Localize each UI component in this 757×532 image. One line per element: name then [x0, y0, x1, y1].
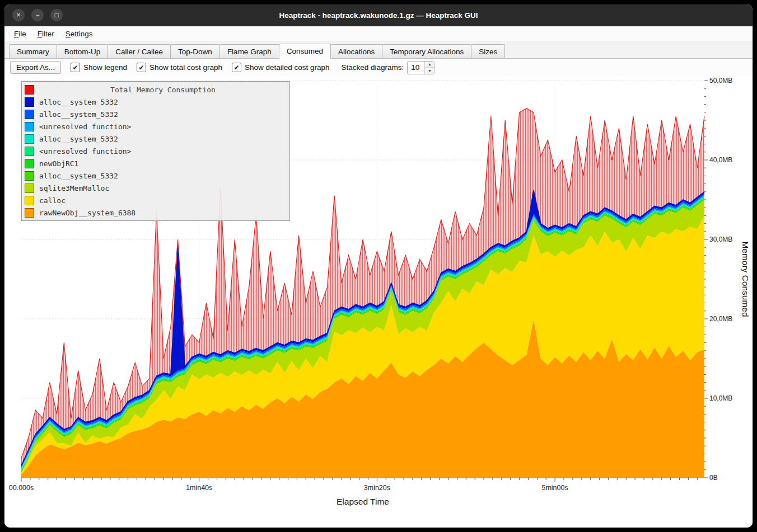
legend-entry-label: rawNewObj__system_6388: [39, 209, 135, 217]
tab-consumed[interactable]: Consumed: [279, 44, 331, 59]
legend-entry-label: alloc__system_5332: [39, 98, 118, 106]
tab-summary[interactable]: Summary: [9, 44, 57, 58]
legend-entry-label: <unresolved function>: [39, 147, 131, 156]
toolbar-checkboxes: ✔Show legend✔Show total cost graph✔Show …: [71, 63, 330, 72]
legend-entry-label: alloc__system_5332: [39, 172, 118, 180]
spinbox-arrows: ▲ ▼: [424, 62, 434, 74]
y-tick-label: 50,0MB: [709, 77, 732, 84]
y-tick-label: 30,0MB: [709, 236, 732, 243]
legend-swatch: [25, 97, 34, 107]
checkbox-check-icon[interactable]: ✔: [137, 63, 146, 72]
legend-swatch: [25, 159, 34, 168]
chart-area: 00.000s1min40s3min20s5min00s0B10,0MB20,0…: [4, 76, 753, 528]
legend-entry-newobjrc1[interactable]: newObjRC1: [25, 157, 287, 170]
legend-entry-rawnewobj-system-6388[interactable]: rawNewObj__system_6388: [25, 206, 287, 219]
stacked-diagrams-label: Stacked diagrams:: [342, 63, 404, 72]
checkbox-show-detailed-cost-graph[interactable]: ✔Show detailed cost graph: [232, 63, 330, 72]
legend-entry-label: alloc__system_5332: [39, 110, 118, 119]
menu-item-filter[interactable]: Filter: [32, 28, 59, 40]
window-title: Heaptrack - heaptrack.wakunode.1.gz — He…: [279, 11, 478, 20]
legend-title: Total Memory Consumption: [39, 86, 287, 94]
x-tick-label: 00.000s: [9, 484, 34, 492]
tab-sizes[interactable]: Sizes: [471, 44, 505, 58]
maximize-button[interactable]: □: [50, 9, 63, 21]
legend-entry-sqlite3memmalloc[interactable]: sqlite3MemMalloc: [25, 182, 287, 194]
legend-title-row: Total Memory Consumption: [25, 83, 287, 96]
close-button[interactable]: ×: [12, 9, 25, 21]
legend-entry-alloc-system-5332[interactable]: alloc__system_5332: [25, 96, 287, 108]
title-bar: ×−□ Heaptrack - heaptrack.wakunode.1.gz …: [4, 4, 753, 26]
legend-entry-label: calloc: [39, 196, 66, 205]
stacked-diagrams-value[interactable]: 10: [408, 62, 424, 74]
chart-legend: Total Memory Consumptionalloc__system_53…: [21, 81, 290, 221]
legend-entry-alloc-system-5332[interactable]: alloc__system_5332: [25, 170, 287, 182]
legend-swatch: [25, 110, 34, 119]
checkbox-show-legend[interactable]: ✔Show legend: [71, 63, 127, 72]
legend-swatch: [25, 171, 34, 181]
y-tick-label: 40,0MB: [709, 156, 732, 164]
legend-swatch: [25, 134, 34, 144]
spin-up-icon[interactable]: ▲: [425, 62, 434, 68]
checkbox-label: Show total cost graph: [149, 63, 222, 72]
checkbox-check-icon[interactable]: ✔: [71, 63, 80, 72]
legend-swatch: [25, 208, 34, 218]
checkbox-label: Show detailed cost graph: [245, 63, 330, 72]
legend-entry-alloc-system-5332[interactable]: alloc__system_5332: [25, 108, 287, 120]
legend-swatch: [25, 122, 34, 131]
legend-swatch: [25, 196, 34, 205]
legend-entry-label: sqlite3MemMalloc: [39, 184, 109, 192]
y-tick-label: 10,0MB: [709, 394, 732, 402]
checkbox-check-icon[interactable]: ✔: [232, 63, 241, 72]
legend-entry-alloc-system-5332[interactable]: alloc__system_5332: [25, 133, 287, 145]
menu-item-settings[interactable]: Settings: [60, 28, 98, 40]
tab-caller-callee[interactable]: Caller / Callee: [108, 44, 171, 58]
menu-bar: FileFilterSettings: [4, 26, 753, 42]
menu-item-file[interactable]: File: [9, 28, 31, 40]
x-tick-label: 5min00s: [541, 484, 568, 492]
tab-bar: SummaryBottom-UpCaller / CalleeTop-DownF…: [4, 42, 753, 59]
spin-down-icon[interactable]: ▼: [425, 68, 434, 74]
legend-entry-unresolved-function[interactable]: <unresolved function>: [25, 145, 287, 157]
legend-entry-calloc[interactable]: calloc: [25, 194, 287, 206]
tab-flame-graph[interactable]: Flame Graph: [219, 44, 279, 58]
tab-allocations[interactable]: Allocations: [330, 44, 382, 58]
minimize-button[interactable]: −: [31, 9, 44, 21]
tab-top-down[interactable]: Top-Down: [170, 44, 220, 58]
x-tick-label: 1min40s: [186, 484, 212, 492]
export-as-button[interactable]: Export As...: [10, 61, 61, 74]
stacked-diagrams-spinbox[interactable]: 10 ▲ ▼: [407, 61, 434, 74]
checkbox-show-total-cost-graph[interactable]: ✔Show total cost graph: [137, 63, 222, 72]
checkbox-label: Show legend: [83, 63, 127, 72]
heaptrack-window: ×−□ Heaptrack - heaptrack.wakunode.1.gz …: [4, 4, 753, 528]
legend-swatch: [25, 147, 34, 156]
tab-bottom-up[interactable]: Bottom-Up: [57, 44, 109, 58]
tab-temporary-allocations[interactable]: Temporary Allocations: [382, 44, 471, 58]
legend-swatch: [25, 85, 34, 95]
legend-entry-unresolved-function[interactable]: <unresolved function>: [25, 120, 287, 133]
y-tick-label: 0B: [709, 474, 718, 482]
legend-entry-label: alloc__system_5332: [39, 135, 118, 143]
legend-entry-label: newObjRC1: [39, 159, 78, 168]
legend-entry-label: <unresolved function>: [39, 123, 131, 131]
x-tick-label: 3min20s: [364, 484, 390, 492]
legend-swatch: [25, 183, 34, 193]
y-tick-label: 20,0MB: [709, 315, 732, 323]
y-axis-label: Memory Consumed: [741, 241, 750, 317]
window-controls: ×−□: [12, 4, 63, 26]
toolbar: Export As... ✔Show legend✔Show total cos…: [4, 59, 753, 76]
x-axis-label: Elapsed Time: [337, 497, 389, 506]
